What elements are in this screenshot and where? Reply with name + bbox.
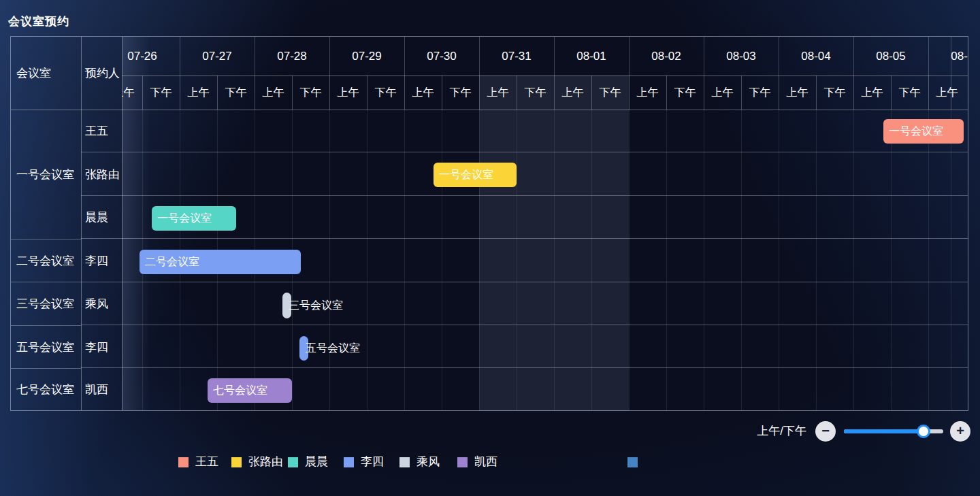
date-header: 08-02: [629, 37, 704, 76]
am-header: 上午: [779, 76, 816, 110]
room-label: 二号会议室: [11, 239, 81, 282]
legend-label: 晨晨: [305, 456, 328, 468]
legend-label: 李四: [361, 456, 384, 468]
legend-swatch: [231, 457, 242, 467]
legend-item-zhangluyou[interactable]: 张路由: [231, 456, 283, 468]
reserver-label: 张路由: [81, 152, 122, 196]
pm-header: 下午: [891, 76, 928, 110]
ampm-header-row[interactable]: 上午 下午 上午 下午 上午 下午 上午 下午 上午 下午 上午 下午 上午 下…: [122, 76, 968, 110]
am-header: 上午: [629, 76, 666, 110]
gantt-bar-label: 三号会议室: [289, 293, 343, 318]
room-label: 五号会议室: [11, 325, 81, 369]
am-header: 上午: [853, 76, 891, 110]
legend-swatch: [399, 457, 410, 467]
legend-swatch: [288, 457, 298, 467]
am-header: 上午: [704, 76, 741, 110]
legend-label: 张路由: [248, 456, 283, 468]
legend-label: 凯西: [474, 456, 497, 468]
pm-header: 下午: [966, 76, 968, 110]
pm-header: 下午: [517, 76, 554, 110]
legend-swatch: [178, 457, 189, 467]
am-header: 上午: [122, 76, 142, 110]
zoom-in-button[interactable]: +: [950, 421, 970, 442]
date-header: 08-04: [779, 37, 853, 76]
pm-header: 下午: [666, 76, 704, 110]
gantt-bar[interactable]: 一号会议室: [152, 206, 236, 231]
gantt-bar-label: 五号会议室: [306, 335, 360, 361]
pm-header: 下午: [217, 76, 255, 110]
date-header: 07-27: [180, 37, 255, 76]
gantt-table: 会议室 预约人 07-26 07-27 07-28 07-29 07-30 07…: [10, 36, 968, 411]
reserver-label: 李四: [81, 239, 122, 282]
date-header-row[interactable]: 07-26 07-27 07-28 07-29 07-30 07-31 08-0…: [122, 37, 968, 76]
pm-header: 下午: [741, 76, 779, 110]
meeting-room-booking-app: 会议室预约 会议室 预约人 07-26 07-27 07-28 07-29 07…: [0, 0, 980, 496]
date-header: 07-31: [479, 37, 554, 76]
room-column-header: 会议室: [11, 37, 81, 110]
am-header: 上午: [554, 76, 591, 110]
reserver-column-header: 预约人: [81, 37, 122, 110]
gantt-bar[interactable]: 二号会议室: [140, 250, 301, 274]
am-header: 上午: [255, 76, 292, 110]
pm-header: 下午: [591, 76, 629, 110]
gantt-bar[interactable]: 一号会议室: [883, 119, 964, 144]
legend-item-wangwu[interactable]: 王五: [178, 456, 218, 468]
pm-header: 下午: [292, 76, 329, 110]
date-header: 07-30: [404, 37, 479, 76]
date-header: 08-01: [554, 37, 629, 76]
legend-item-lisi[interactable]: 李四: [344, 456, 384, 468]
pm-header: 下午: [816, 76, 853, 110]
legend-item-chengfeng[interactable]: 乘风: [399, 456, 440, 468]
legend-swatch: [344, 457, 354, 467]
legend-label: 乘风: [416, 456, 440, 468]
pm-header: 下午: [142, 76, 180, 110]
gantt-bar[interactable]: 七号会议室: [208, 378, 292, 403]
legend-swatch: [627, 457, 638, 467]
date-header: 07-28: [255, 37, 329, 76]
date-header: 07-29: [329, 37, 404, 76]
gantt-bar[interactable]: 一号会议室: [434, 163, 517, 187]
room-label: 一号会议室: [11, 110, 81, 239]
zoom-slider-fill: [844, 429, 924, 433]
date-header: 07-26: [122, 37, 180, 76]
pm-header: 下午: [367, 76, 404, 110]
date-header: 08-03: [704, 37, 779, 76]
pm-header: 下午: [442, 76, 479, 110]
legend-swatch: [457, 457, 468, 467]
date-header: 08-05: [853, 37, 928, 76]
am-header: 上午: [180, 76, 217, 110]
room-label: 七号会议室: [11, 369, 81, 410]
legend-label: 王五: [195, 456, 218, 468]
zoom-out-button[interactable]: −: [815, 421, 836, 442]
legend-item-chenchen[interactable]: 晨晨: [288, 456, 328, 468]
am-header: 上午: [479, 76, 517, 110]
am-header: 上午: [404, 76, 442, 110]
reserver-label: 王五: [81, 110, 122, 152]
reserver-label: 晨晨: [81, 196, 122, 239]
reserver-label: 李四: [81, 325, 122, 369]
date-header: 08-06: [928, 37, 968, 76]
am-header: 上午: [329, 76, 367, 110]
weekend-highlight-band: [479, 76, 629, 411]
am-header: 上午: [928, 76, 966, 110]
legend-item-kaixi[interactable]: 凯西: [457, 456, 497, 468]
zoom-slider-label: 上午/下午: [721, 424, 806, 439]
page-title: 会议室预约: [8, 14, 69, 29]
zoom-slider-handle[interactable]: [917, 425, 930, 438]
reserver-label: 凯西: [81, 369, 122, 410]
reserver-label: 乘风: [81, 282, 122, 325]
room-label: 三号会议室: [11, 282, 81, 325]
legend-item-unnamed[interactable]: [627, 456, 644, 468]
